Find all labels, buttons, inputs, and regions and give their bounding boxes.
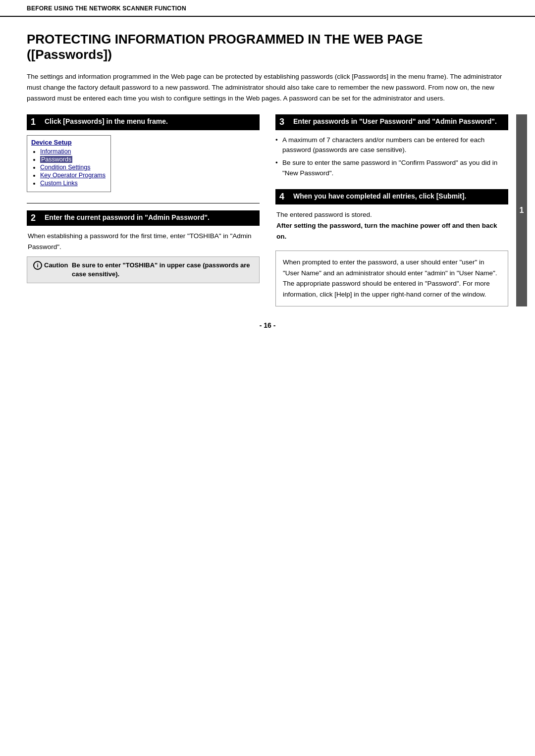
- step2-number: 2: [31, 213, 45, 224]
- step3-block: 3 Enter passwords in "User Password" and…: [275, 114, 508, 178]
- page-title: PROTECTING INFORMATION PROGRAMMED IN THE…: [27, 32, 508, 62]
- caution-label-text: Caution: [44, 261, 68, 269]
- right-column: 1 3 Enter passwords in "User Password" a…: [275, 114, 508, 306]
- menu-item-custom: Custom Links: [40, 180, 107, 187]
- two-column-layout: 1 Click [Passwords] in the menu frame. D…: [27, 114, 508, 306]
- step2-header: 2 Enter the current password in "Admin P…: [27, 210, 260, 226]
- step3-number: 3: [279, 117, 293, 128]
- step4-header: 4 When you have completed all entries, c…: [275, 189, 508, 205]
- caution-text: Be sure to enter "TOSHIBA" in upper case…: [72, 261, 253, 279]
- page-number: - 16 -: [27, 321, 508, 339]
- menu-item-passwords: Passwords: [40, 156, 107, 163]
- device-setup-list: Information Passwords Condition Settings…: [31, 148, 107, 187]
- info-note-text: When prompted to enter the password, a u…: [283, 258, 497, 298]
- step3-header: 3 Enter passwords in "User Password" and…: [275, 114, 508, 130]
- caution-icon: i: [33, 261, 42, 270]
- caution-box: i Caution Be sure to enter "TOSHIBA" in …: [27, 256, 260, 283]
- step1-number: 1: [31, 117, 45, 128]
- right-sidebar-bar: 1: [516, 114, 527, 306]
- step1-header: 1 Click [Passwords] in the menu frame.: [27, 114, 260, 130]
- menu-link-condition[interactable]: Condition Settings: [40, 164, 90, 171]
- info-note-box: When prompted to enter the password, a u…: [275, 251, 508, 306]
- menu-link-keyop[interactable]: Key Operator Programs: [40, 172, 106, 179]
- device-setup-heading: Device Setup: [31, 139, 107, 146]
- step2-title: Enter the current password in "Admin Pas…: [45, 213, 256, 222]
- step2-block: 2 Enter the current password in "Admin P…: [27, 210, 260, 283]
- page-header: BEFORE USING THE NETWORK SCANNER FUNCTIO…: [0, 0, 535, 17]
- step4-body2: After setting the password, turn the mac…: [276, 222, 497, 240]
- device-setup-menu: Device Setup Information Passwords Condi…: [27, 135, 111, 192]
- step4-title: When you have completed all entries, cli…: [293, 192, 504, 201]
- step3-bullet-2: Be sure to enter the same password in "C…: [275, 158, 508, 178]
- step3-bullet-1: A maximum of 7 characters and/or numbers…: [275, 135, 508, 155]
- col-separator: [27, 203, 260, 203]
- menu-item-keyop: Key Operator Programs: [40, 172, 107, 179]
- menu-link-passwords[interactable]: Passwords: [40, 156, 72, 163]
- step4-number: 4: [279, 192, 293, 202]
- step2-body: When establishing a password for the fir…: [27, 231, 260, 252]
- step1-title: Click [Passwords] in the menu frame.: [45, 117, 256, 126]
- menu-link-custom[interactable]: Custom Links: [40, 180, 78, 187]
- left-column: 1 Click [Passwords] in the menu frame. D…: [27, 114, 260, 306]
- step1-block: 1 Click [Passwords] in the menu frame. D…: [27, 114, 260, 192]
- menu-link-information[interactable]: Information: [40, 148, 71, 155]
- menu-item-information: Information: [40, 148, 107, 155]
- step3-bullets: A maximum of 7 characters and/or numbers…: [275, 135, 508, 178]
- caution-label: i Caution: [33, 261, 68, 270]
- step4-block: 4 When you have completed all entries, c…: [275, 189, 508, 242]
- content-area: PROTECTING INFORMATION PROGRAMMED IN THE…: [0, 17, 535, 369]
- step4-body1: The entered password is stored. After se…: [275, 209, 508, 242]
- step3-title: Enter passwords in "User Password" and "…: [293, 117, 504, 126]
- intro-paragraph: The settings and information programmed …: [27, 71, 508, 103]
- header-text: BEFORE USING THE NETWORK SCANNER FUNCTIO…: [27, 5, 186, 12]
- menu-item-condition: Condition Settings: [40, 164, 107, 171]
